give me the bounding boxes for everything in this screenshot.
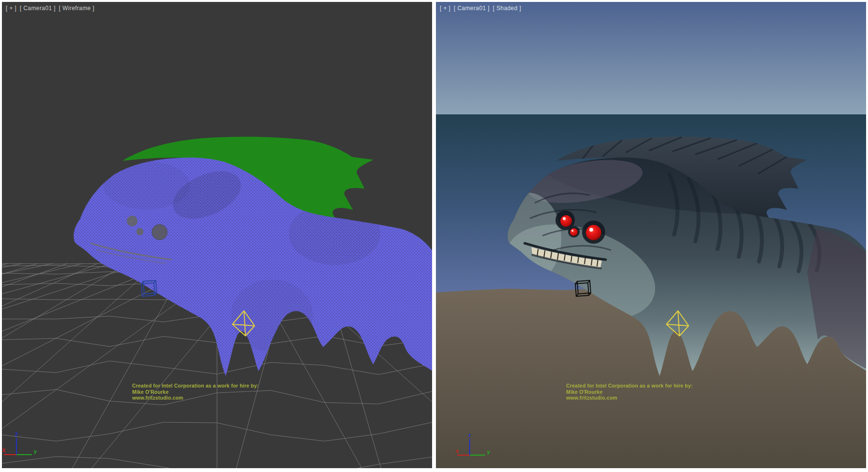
viewport-right-shaded[interactable]: x y z [ + ] [ Camera01 ] [ Shaded ] Crea… [436,2,866,468]
fish-eye-red [586,225,601,240]
fish-eye-red [560,215,572,227]
viewport-menu-camera[interactable]: [ Camera01 ] [20,5,55,12]
viewport-menu-shading[interactable]: [ Wireframe ] [59,5,95,12]
viewport-menu-shading[interactable]: [ Shaded ] [493,5,521,12]
viewport-label: [ + ] [ Camera01 ] [ Wireframe ] [6,5,96,12]
axis-tripod: X y Z [2,431,37,455]
fish-eye-red [570,228,578,236]
artist-watermark: Created for Intel Corporation as a work … [566,383,692,401]
sky-background [436,2,866,114]
fish-eye [136,228,144,236]
artist-watermark: Created for Intel Corporation as a work … [132,383,258,401]
viewport-menu-general[interactable]: [ + ] [440,5,450,12]
viewport-menu-general[interactable]: [ + ] [6,5,16,12]
bone-helper-cube[interactable] [141,280,157,296]
viewport-left-wireframe[interactable]: X y Z [ + ] [ Camera01 ] [ Wireframe ] C… [2,2,432,468]
fish-eye [152,224,167,240]
axis-y-label: y [487,449,490,455]
axis-z-label: Z [15,431,18,437]
axis-x-label: X [2,447,6,453]
axis-z-label: z [468,432,471,438]
viewport-label: [ + ] [ Camera01 ] [ Shaded ] [440,5,523,12]
axis-x-label: x [456,448,459,454]
split-viewport-canvas: { "viewports": { "left": { "label_nav": … [0,0,868,472]
fish-eye [127,216,137,226]
axis-y-label: y [34,448,37,454]
viewport-menu-camera[interactable]: [ Camera01 ] [454,5,489,12]
